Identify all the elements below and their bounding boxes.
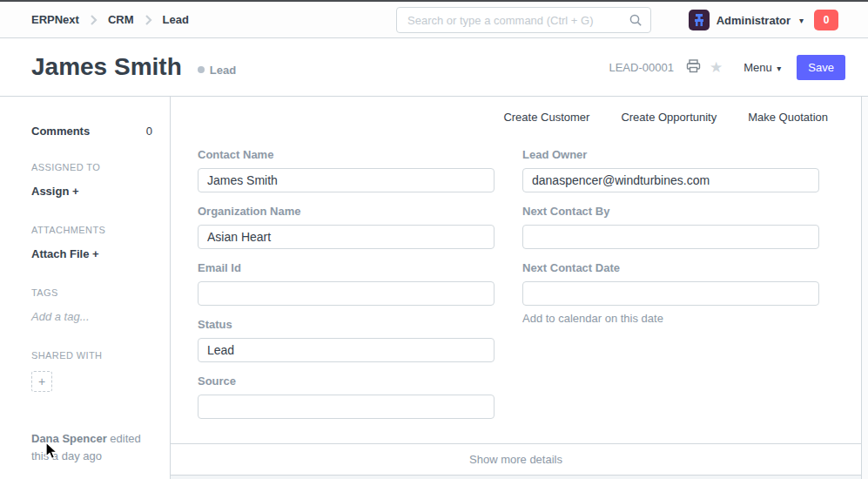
avatar [689,10,710,30]
contact-name-input[interactable] [198,168,495,192]
lead-owner-input[interactable] [522,168,819,192]
page-head-actions: LEAD-00001 ★ Menu ▾ Save [609,55,845,80]
comments-row: Comments 0 [31,125,152,138]
menu-button-label: Menu [744,61,772,74]
status-indicator-label: Lead [210,64,236,77]
field-lead-owner: Lead Owner [522,148,819,192]
tags-heading: TAGS [31,287,152,298]
email-id-label: Email Id [198,261,495,274]
form-column-right: Lead Owner Next Contact By Next Contact … [522,148,819,431]
form-main: Create Customer Create Opportunity Make … [171,97,862,479]
assign-button[interactable]: Assign + [31,185,79,198]
field-organization-name: Organization Name [198,205,495,249]
printer-icon [686,59,701,76]
form-sidebar: Comments 0 ASSIGNED TO Assign + ATTACHME… [0,97,171,479]
breadcrumb-lead[interactable]: Lead [163,13,189,26]
comments-link[interactable]: Comments [31,125,90,138]
caret-down-icon: ▾ [777,64,781,73]
global-search [396,7,651,33]
attach-file-button[interactable]: Attach File + [31,247,99,260]
create-opportunity-button[interactable]: Create Opportunity [621,111,717,124]
next-contact-date-label: Next Contact Date [522,261,819,274]
print-button[interactable] [686,59,701,76]
status-select[interactable] [198,338,495,362]
right-gutter [862,97,868,479]
assigned-to-section: ASSIGNED TO Assign + [31,162,152,199]
next-contact-by-input[interactable] [522,225,819,249]
form-actions: Create Customer Create Opportunity Make … [171,97,861,124]
contact-name-label: Contact Name [198,148,495,161]
page-background-strip [171,476,861,479]
favorite-button[interactable]: ★ [710,60,723,75]
next-contact-date-input[interactable] [522,281,819,306]
assigned-to-heading: ASSIGNED TO [31,162,152,172]
lead-owner-label: Lead Owner [522,148,819,161]
breadcrumb-crm[interactable]: CRM [108,13,134,26]
page-head: James Smith Lead LEAD-00001 ★ Menu ▾ Sav… [0,38,868,97]
tags-section: TAGS Add a tag... [31,287,152,324]
form-footer: Show more details [171,443,861,476]
organization-name-input[interactable] [198,225,495,249]
status-indicator[interactable]: Lead [198,64,236,77]
attachments-heading: ATTACHMENTS [31,225,152,235]
breadcrumb: ERPNext CRM Lead [31,13,189,26]
share-add-button[interactable]: + [31,371,52,392]
add-tag-input[interactable]: Add a tag... [31,310,90,323]
content: Comments 0 ASSIGNED TO Assign + ATTACHME… [0,97,868,479]
next-contact-date-help: Add to calendar on this date [522,312,819,325]
page-title: James Smith [31,53,182,81]
search-input[interactable] [396,7,651,33]
attachments-section: ATTACHMENTS Attach File + [31,225,152,261]
make-quotation-button[interactable]: Make Quotation [748,111,828,124]
field-next-contact-by: Next Contact By [522,205,819,249]
field-source: Source [198,374,495,419]
status-label: Status [198,318,495,331]
create-customer-button[interactable]: Create Customer [503,111,589,124]
user-name: Administrator [717,14,791,27]
shared-with-section: SHARED WITH + [31,350,152,392]
search-icon[interactable] [629,13,643,30]
status-dot-icon [198,66,205,73]
notification-badge[interactable]: 0 [814,10,838,30]
mouse-cursor-icon [45,442,59,464]
show-more-details-button[interactable]: Show more details [469,453,562,466]
comments-count: 0 [146,125,152,138]
star-icon: ★ [710,60,723,75]
breadcrumb-chevron-icon [90,15,98,25]
field-status: Status [198,318,495,362]
doc-id: LEAD-00001 [609,61,673,74]
breadcrumb-erpnext[interactable]: ERPNext [31,13,79,26]
caret-down-icon: ▾ [799,16,804,25]
organization-name-label: Organization Name [198,205,495,218]
field-contact-name: Contact Name [198,148,495,192]
source-label: Source [198,374,495,388]
save-button[interactable]: Save [797,55,845,80]
field-next-contact-date: Next Contact Date Add to calendar on thi… [522,261,819,325]
user-menu[interactable]: Administrator ▾ [689,10,804,30]
source-select[interactable] [198,395,495,419]
menu-button[interactable]: Menu ▾ [744,61,781,74]
navbar: ERPNext CRM Lead Administrator ▾ 0 [0,2,868,38]
modified-by-user: Dana Spencer [31,432,107,445]
form-column-left: Contact Name Organization Name Email Id … [198,148,495,431]
shared-with-heading: SHARED WITH [31,350,152,361]
field-email-id: Email Id [198,261,495,306]
next-contact-by-label: Next Contact By [522,205,819,218]
form-grid: Contact Name Organization Name Email Id … [171,124,861,443]
email-id-input[interactable] [198,281,495,306]
breadcrumb-chevron-icon [145,15,152,25]
